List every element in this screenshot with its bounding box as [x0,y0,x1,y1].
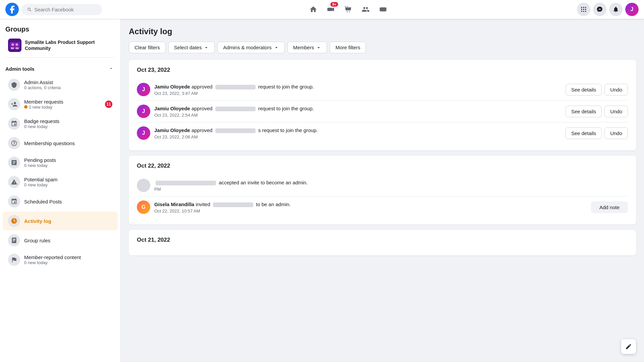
sidebar-item-activity-log[interactable]: Activity log [3,212,118,230]
chevron-down-icon [204,45,209,50]
member-requests-sub: 1 new today [24,105,101,110]
sidebar: Groups Symalite Labs Product Support Com… [0,19,121,362]
log-actions-3: See details Undo [566,127,628,139]
group-info-item[interactable]: Symalite Labs Product Support Community [3,36,118,55]
search-icon [27,7,32,12]
actor-name-3: Jamiu Oloyede [154,127,190,133]
facebook-logo[interactable] [5,3,19,16]
log-entry-oct22-2: G Gisela Mirandilla invited to be an adm… [137,196,628,218]
notifications-icon [612,6,619,13]
home-nav-button[interactable] [305,1,321,17]
member-requests-label: Member requests [24,99,101,105]
video-badge: 9+ [330,2,338,7]
membership-questions-label: Membership questions [24,140,112,146]
log-time-oct22-1: PM [154,187,628,192]
member-requests-text: Member requests 1 new today [24,99,101,110]
sidebar-item-admin-assist[interactable]: Admin Assist 0 actions, 0 criteria [3,75,118,94]
sidebar-item-badge-requests[interactable]: Badge requests 0 new today [3,114,118,133]
sidebar-item-group-rules[interactable]: Group rules [3,231,118,250]
scheduled-posts-icon [8,195,20,207]
search-box[interactable] [21,4,102,15]
marketplace-nav-button[interactable] [340,1,356,17]
blurred-user-oct22-2 [213,202,253,207]
select-dates-label: Select dates [174,45,202,50]
gisela-name: Gisela Mirandilla [154,201,194,207]
topnav-right: J [577,3,639,16]
jamiu-avatar-3: J [137,126,150,140]
log-section-oct22: Oct 22, 2022 accepted an invite to becom… [129,156,636,225]
sidebar-item-member-reported[interactable]: Member-reported content 0 new today [3,250,118,269]
badge-requests-label: Badge requests [24,118,112,124]
undo-button-1[interactable]: Undo [604,84,628,96]
edit-fab-button[interactable] [621,339,636,354]
undo-button-3[interactable]: Undo [604,127,628,139]
member-reported-text: Member-reported content 0 new today [24,254,112,265]
svg-point-12 [583,11,584,12]
gaming-nav-button[interactable] [375,1,391,17]
sidebar-divider [5,57,115,58]
log-entry-oct22-1: accepted an invite to become an admin. P… [137,175,628,196]
svg-point-8 [581,9,582,10]
messenger-button[interactable] [593,3,606,16]
notifications-button[interactable] [609,3,623,16]
pending-posts-text: Pending posts 0 new today [24,157,112,168]
log-section-oct21: Oct 21, 2022 [129,230,636,255]
group-rules-text: Group rules [24,238,112,243]
groups-title: Groups [5,25,115,33]
log-actions-2: See details Undo [566,106,628,117]
log-text-main-oct22-1: accepted an invite to become an admin. [154,179,628,186]
clear-filters-button[interactable]: Clear filters [129,42,166,53]
admin-assist-label: Admin Assist [24,79,112,85]
activity-log-icon [8,215,20,227]
log-text-3: Jamiu Oloyede approved s request to join… [154,127,561,139]
sidebar-item-member-requests[interactable]: Member requests 1 new today 11 [3,95,118,114]
admin-tools-header: Admin tools [0,60,120,75]
member-requests-icon [8,98,20,110]
group-rules-icon [8,234,20,246]
log-text-main-3: Jamiu Oloyede approved s request to join… [154,127,561,134]
jamiu-avatar-1: J [137,83,150,96]
potential-spam-sub: 0 new today [24,182,112,187]
badge-requests-icon [8,118,20,130]
video-nav-button[interactable]: 9+ [323,1,339,17]
admin-assist-text: Admin Assist 0 actions, 0 criteria [24,79,112,90]
admins-filter-button[interactable]: Admins & moderators [217,42,284,53]
undo-button-2[interactable]: Undo [604,106,628,117]
actor-name-1: Jamiu Oloyede [154,84,190,89]
badge-requests-text: Badge requests 0 new today [24,118,112,129]
svg-point-9 [583,9,584,10]
sidebar-item-potential-spam[interactable]: Potential spam 0 new today [3,173,118,191]
member-reported-label: Member-reported content [24,254,112,260]
actor-name-2: Jamiu Oloyede [154,106,190,111]
members-filter-label: Members [293,45,314,50]
log-date-oct21: Oct 21, 2022 [137,237,628,243]
log-text-oct22-1: accepted an invite to become an admin. P… [154,179,628,192]
top-navigation: 9+ [0,0,644,19]
sidebar-item-pending-posts[interactable]: Pending posts 0 new today [3,153,118,172]
sidebar-item-membership-questions[interactable]: Membership questions [3,134,118,153]
search-input[interactable] [34,7,97,12]
log-time-3: Oct 23, 2022, 2:06 AM [154,134,561,139]
add-note-button[interactable]: Add note [591,201,628,213]
home-icon [309,5,317,13]
see-details-button-2[interactable]: See details [566,106,602,117]
log-entry-2: J Jamiu Oloyede approved request to join… [137,101,628,122]
select-dates-button[interactable]: Select dates [168,42,215,53]
members-filter-button[interactable]: Members [287,42,327,53]
badge-requests-sub: 0 new today [24,124,112,129]
admin-tools-label: Admin tools [5,66,35,72]
see-details-button-3[interactable]: See details [566,127,602,139]
scheduled-posts-text: Scheduled Posts [24,199,112,204]
admin-assist-sub: 0 actions, 0 criteria [24,85,112,90]
profile-avatar-button[interactable]: J [625,3,639,16]
log-entry-1: J Jamiu Oloyede approved request to join… [137,79,628,101]
groups-nav-button[interactable] [358,1,374,17]
member-requests-badge: 11 [105,101,112,108]
see-details-button-1[interactable]: See details [566,84,602,96]
grid-menu-button[interactable] [577,3,590,16]
sidebar-item-scheduled-posts[interactable]: Scheduled Posts [3,192,118,211]
marketplace-icon [344,5,352,13]
more-filters-button[interactable]: More filters [330,42,366,53]
admin-tools-collapse-button[interactable] [107,64,115,73]
svg-rect-18 [11,47,14,49]
